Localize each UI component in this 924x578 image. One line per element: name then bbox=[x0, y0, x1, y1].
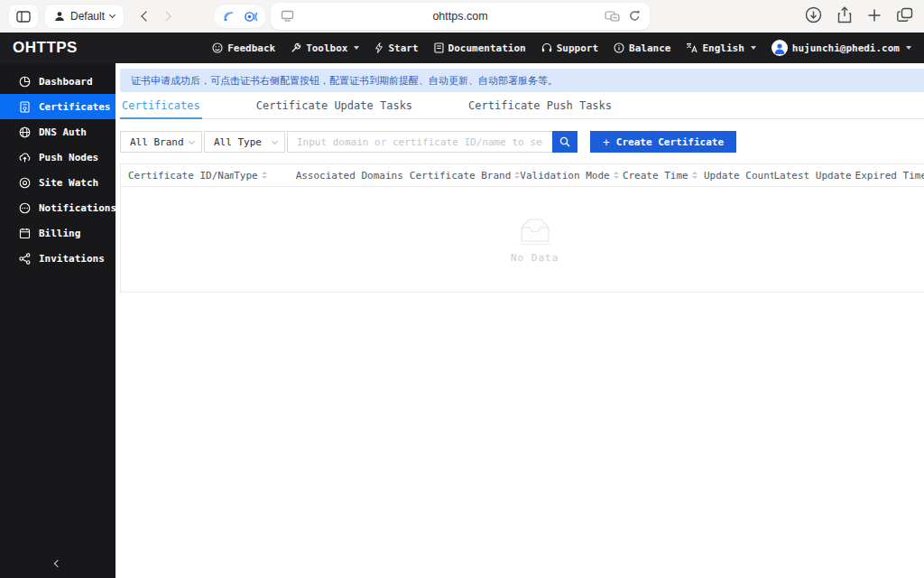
nav-language-label: English bbox=[702, 42, 744, 54]
sidebar-item-label: DNS Auth bbox=[39, 126, 87, 138]
sidebar-collapse[interactable] bbox=[0, 556, 116, 571]
site-watch-icon bbox=[19, 177, 31, 189]
back-icon[interactable] bbox=[141, 11, 151, 21]
document-icon bbox=[434, 42, 444, 53]
headset-icon bbox=[541, 42, 552, 53]
rss-icon[interactable] bbox=[223, 11, 235, 23]
wrench-icon bbox=[291, 42, 301, 53]
sidebar-item-invitations[interactable]: Invitations bbox=[0, 246, 116, 271]
nav-user-menu[interactable]: hujunchi@phedi.com bbox=[772, 40, 911, 56]
empty-box-icon bbox=[513, 216, 557, 247]
col-certificate-id-name[interactable]: Certificate ID/Name bbox=[128, 170, 234, 182]
sidebar-item-label: Invitations bbox=[39, 253, 105, 265]
nav-start[interactable]: Start bbox=[374, 42, 418, 54]
nav-documentation-label: Documentation bbox=[448, 42, 526, 54]
search-icon bbox=[559, 136, 570, 147]
sidebar-toggle-icon bbox=[16, 11, 31, 23]
url-text[interactable]: ohttps.com bbox=[271, 10, 650, 23]
create-certificate-label: Create Certificate bbox=[616, 136, 724, 148]
collapse-chevron-icon bbox=[54, 560, 61, 567]
person-icon bbox=[54, 11, 65, 22]
brand-select-value: All Brand bbox=[130, 136, 189, 148]
nav-toolbox[interactable]: Toolbox bbox=[291, 42, 359, 54]
share-icon[interactable] bbox=[837, 6, 852, 23]
broadcast-icon[interactable] bbox=[244, 11, 257, 23]
nav-toolbox-label: Toolbox bbox=[306, 42, 347, 54]
main-content: 证书申请成功后，可点击证书右侧配置按钮，配置证书到期前提醒、自动更新、自动部署服… bbox=[116, 63, 924, 578]
sidebar-item-label: Site Watch bbox=[39, 177, 98, 189]
info-banner: 证书申请成功后，可点击证书右侧配置按钮，配置证书到期前提醒、自动更新、自动部署服… bbox=[120, 69, 924, 92]
nav-feedback[interactable]: Feedback bbox=[212, 42, 275, 54]
search-input[interactable] bbox=[287, 131, 552, 153]
app-logo[interactable]: OHTTPS bbox=[13, 39, 116, 57]
sidebar-item-dns-auth[interactable]: DNS Auth bbox=[0, 119, 116, 144]
dns-auth-icon bbox=[19, 126, 31, 138]
caret-down-icon bbox=[751, 46, 756, 50]
sidebar-item-certificates[interactable]: Certificates bbox=[0, 94, 116, 119]
sidebar-item-label: Dashboard bbox=[39, 76, 93, 88]
caret-down-icon bbox=[906, 46, 911, 50]
search-button[interactable] bbox=[552, 131, 578, 153]
user-email: hujunchi@phedi.com bbox=[792, 42, 900, 54]
translate-badge-icon[interactable] bbox=[605, 10, 620, 22]
sidebar-item-site-watch[interactable]: Site Watch bbox=[0, 170, 116, 195]
nav-documentation[interactable]: Documentation bbox=[434, 42, 526, 54]
nav-language[interactable]: English bbox=[686, 42, 755, 54]
col-certificate-brand[interactable]: Certificate Brand bbox=[410, 170, 521, 182]
avatar bbox=[772, 40, 788, 56]
col-validation-mode[interactable]: Validation Mode bbox=[520, 170, 623, 182]
col-associated-domains[interactable]: Associated Domains bbox=[296, 170, 410, 182]
certificates-icon bbox=[19, 101, 31, 113]
brand-select[interactable]: All Brand bbox=[120, 131, 202, 153]
chevron-down-icon bbox=[189, 137, 195, 144]
push-nodes-icon bbox=[19, 152, 31, 163]
nav-support[interactable]: Support bbox=[541, 42, 598, 54]
sidebar-item-label: Notifications bbox=[39, 202, 116, 214]
sidebar-item-label: Push Nodes bbox=[39, 152, 98, 163]
empty-state: No Data bbox=[121, 187, 924, 293]
create-certificate-button[interactable]: + Create Certificate bbox=[590, 131, 736, 153]
col-latest-update[interactable]: Latest Update bbox=[773, 170, 855, 182]
sidebar-item-dashboard[interactable]: Dashboard bbox=[0, 69, 116, 94]
type-select[interactable]: All Type bbox=[204, 131, 285, 153]
top-nav: OHTTPS Feedback Toolbox Start Documenta bbox=[0, 33, 924, 63]
col-update-count[interactable]: Update Count bbox=[704, 170, 774, 182]
nav-balance-label: Balance bbox=[629, 42, 670, 54]
tab-bar: Certificates Certificate Update Tasks Ce… bbox=[120, 92, 924, 119]
sidebar-item-notifications[interactable]: Notifications bbox=[0, 195, 116, 220]
sort-icon[interactable] bbox=[692, 172, 698, 179]
col-type[interactable]: Type bbox=[234, 170, 295, 182]
nav-balance[interactable]: Balance bbox=[614, 42, 670, 54]
browser-sidebar-toggle[interactable] bbox=[9, 5, 38, 28]
notifications-icon bbox=[19, 202, 31, 214]
extension-pill bbox=[214, 5, 266, 28]
translate-icon bbox=[686, 42, 698, 53]
browser-profile-menu[interactable]: Default bbox=[45, 5, 124, 28]
browser-nav-buttons bbox=[131, 5, 181, 28]
smiley-icon bbox=[212, 42, 223, 53]
new-tab-icon[interactable] bbox=[867, 8, 882, 23]
sidebar-item-billing[interactable]: Billing bbox=[0, 220, 116, 246]
tab-certificate-update-tasks[interactable]: Certificate Update Tasks bbox=[254, 92, 414, 119]
tab-certificates[interactable]: Certificates bbox=[120, 92, 202, 119]
tab-overview-icon[interactable] bbox=[897, 7, 913, 23]
tab-certificate-push-tasks[interactable]: Certificate Push Tasks bbox=[467, 92, 614, 119]
invitations-icon bbox=[19, 253, 31, 265]
col-create-time[interactable]: Create Time bbox=[623, 170, 704, 182]
reload-icon[interactable] bbox=[629, 10, 641, 22]
browser-tab[interactable]: ohttps.com bbox=[271, 3, 650, 30]
downloads-icon[interactable] bbox=[805, 6, 822, 23]
banner-text: 证书申请成功后，可点击证书右侧配置按钮，配置证书到期前提醒、自动更新、自动部署服… bbox=[131, 74, 558, 88]
sidebar-item-label: Billing bbox=[39, 228, 80, 239]
sort-icon[interactable] bbox=[614, 172, 619, 179]
no-data-label: No Data bbox=[511, 252, 559, 264]
browser-chrome: Default ohttps.com bbox=[0, 0, 924, 33]
chevron-down-icon bbox=[109, 12, 116, 18]
type-select-value: All Type bbox=[214, 136, 273, 148]
sidebar-item-push-nodes[interactable]: Push Nodes bbox=[0, 144, 116, 170]
balance-icon bbox=[614, 42, 624, 53]
col-expired-time[interactable]: Expired Time bbox=[855, 170, 924, 182]
sort-icon[interactable] bbox=[262, 172, 267, 179]
forward-icon[interactable] bbox=[161, 11, 171, 21]
chevron-down-icon bbox=[272, 137, 278, 144]
